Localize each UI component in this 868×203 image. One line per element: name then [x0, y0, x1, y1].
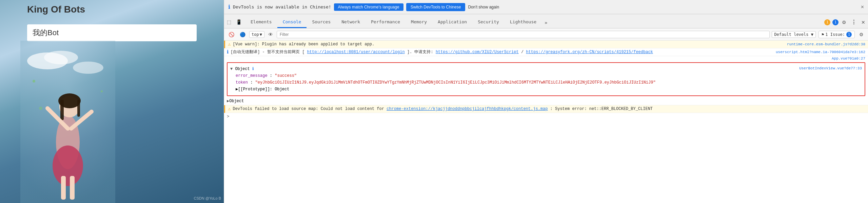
- expand-triangle[interactable]: ▶: [227, 98, 229, 104]
- tab-memory[interactable]: Memory: [406, 17, 432, 28]
- object-content: ▼ Object ℹ error_message : "success" tok…: [230, 66, 799, 93]
- object-token: token : "eyJhbGciOiJIUzI1NiJ9.eyJqdGkiOi…: [230, 79, 799, 86]
- console-object-collapsed[interactable]: ▶ Object: [224, 97, 868, 105]
- console-content[interactable]: ⚠ [Vue warn]: Plugin has already been ap…: [224, 41, 868, 203]
- tab-bar: ⬚ 📱 Elements Console Sources Network Per…: [224, 14, 868, 28]
- translate-text: [自动无缝翻译] - 暂不支持当前网页 [ http://localhost:8…: [231, 49, 776, 55]
- svg-point-4: [33, 80, 35, 83]
- console-line-devtools-error: ⚠ DevTools failed to load source map: Co…: [224, 105, 868, 113]
- app-vue-source-line: App.vue?91a0:27: [224, 56, 868, 61]
- devtools-error-link[interactable]: chrome-extension://kjacjjdnoddnpbbcjilca…: [387, 107, 548, 111]
- more-tabs-button[interactable]: »: [542, 17, 550, 28]
- svg-rect-16: [70, 176, 75, 200]
- console-object-expanded[interactable]: ▼ Object ℹ error_message : "success" tok…: [227, 62, 865, 96]
- svg-rect-15: [61, 176, 66, 200]
- close-devtools-icon[interactable]: ✕: [860, 19, 867, 26]
- warning-icon: ⚠: [228, 42, 231, 47]
- devtools-error-text: DevTools failed to load source map: Coul…: [233, 106, 865, 112]
- tab-elements[interactable]: Elements: [245, 17, 277, 28]
- tab-application[interactable]: Application: [432, 17, 472, 28]
- svg-rect-11: [77, 100, 80, 117]
- console-settings-icon[interactable]: ⚙: [857, 31, 865, 38]
- prompt-arrow: >: [227, 114, 229, 119]
- match-language-button[interactable]: Always match Chrome's language: [334, 3, 403, 11]
- info-icon: ℹ: [228, 4, 230, 10]
- object-error-message: error_message : "success": [230, 72, 799, 79]
- search-box[interactable]: 我的Bot: [27, 24, 197, 41]
- info-badge: 1: [832, 19, 839, 25]
- tab-performance[interactable]: Performance: [366, 17, 406, 28]
- vue-warn-text: [Vue warn]: Plugin has already been appl…: [233, 42, 787, 47]
- translate-source[interactable]: userscript.html?name.1a-7006041da7e3:162: [776, 49, 865, 55]
- tab-sources[interactable]: Sources: [307, 17, 336, 28]
- collapse-triangle[interactable]: ▼: [230, 67, 233, 71]
- svg-point-14: [53, 145, 83, 186]
- webpage-panel: King Of Bots 我的Bot: [0, 0, 224, 203]
- svg-point-2: [44, 51, 78, 64]
- notification-bar: ℹ DevTools is now available in Chinese! …: [224, 0, 868, 14]
- page-title: King Of Bots: [27, 4, 85, 15]
- clear-console-icon[interactable]: 🚫: [227, 31, 236, 38]
- warning-icon-2: ⚠: [228, 106, 231, 112]
- device-icon[interactable]: 📱: [235, 19, 243, 25]
- eye-icon[interactable]: 👁: [267, 31, 275, 38]
- svg-point-5: [101, 90, 103, 92]
- issue-badge: 1: [846, 32, 852, 37]
- switch-chinese-button[interactable]: Switch DevTools to Chinese: [406, 3, 466, 11]
- object-label: Object: [229, 98, 244, 104]
- more-options-icon[interactable]: ⋮: [850, 18, 858, 26]
- search-text: 我的Bot: [33, 28, 59, 38]
- default-levels-dropdown[interactable]: Default levels ▼: [772, 31, 816, 38]
- filter-input[interactable]: [277, 31, 770, 38]
- console-prompt-line[interactable]: >: [224, 113, 868, 120]
- tab-console[interactable]: Console: [277, 17, 307, 28]
- console-line-vue-warn: ⚠ [Vue warn]: Plugin has already been ap…: [224, 41, 868, 48]
- object-info-icon: ℹ: [252, 67, 254, 71]
- inspect-icon[interactable]: ⬚: [225, 19, 233, 25]
- tab-lighthouse[interactable]: Lighthouse: [505, 17, 542, 28]
- dont-show-button[interactable]: Don't show again: [468, 5, 499, 9]
- context-label: top: [252, 32, 259, 37]
- object-prototype[interactable]: ▶[[Prototype]]: Object: [230, 86, 799, 93]
- warning-badge: 1: [824, 19, 830, 25]
- object-source[interactable]: UserBotIndexView.vue?de77:33: [799, 66, 862, 71]
- translate-link3[interactable]: https://greasyfork.org/zh-CN/scripts/419…: [526, 50, 653, 54]
- watermark: CSDN @YoLo B: [194, 196, 221, 200]
- devtools-panel: ℹ DevTools is now available in Chinese! …: [224, 0, 868, 203]
- svg-point-6: [39, 107, 42, 110]
- tab-icons: ⬚ 📱: [225, 19, 245, 28]
- info-icon-2: ℹ: [227, 49, 229, 55]
- toolbar-right: Default levels ▼ ⚑ 1 Issue: 1 ⚙: [772, 31, 865, 38]
- console-toolbar: 🚫 🔵 top ▼ 👁 Default levels ▼ ⚑ 1 Issue: …: [224, 28, 868, 41]
- app-vue-source[interactable]: App.vue?91a0:27: [832, 57, 865, 61]
- translate-link2[interactable]: https://github.com/XIU2/UserScript: [436, 50, 519, 54]
- tab-bar-right: 1 1 ⚙ ⋮ ✕: [824, 18, 867, 28]
- issue-button[interactable]: ⚑ 1 Issue: 1: [818, 31, 855, 38]
- notification-close-button[interactable]: ×: [861, 4, 864, 10]
- context-chevron: ▼: [260, 32, 262, 37]
- filter-icon[interactable]: 🔵: [238, 31, 247, 38]
- notification-text: DevTools is now available in Chinese!: [233, 4, 331, 9]
- translate-link1[interactable]: http://localhost:8081/user/account/login: [307, 50, 405, 54]
- issue-flag-icon: ⚑: [822, 32, 824, 37]
- tab-network[interactable]: Network: [336, 17, 366, 28]
- console-line-translate: ℹ [自动无缝翻译] - 暂不支持当前网页 [ http://localhost…: [224, 48, 868, 56]
- issue-label: 1 Issue:: [825, 32, 845, 37]
- settings-icon[interactable]: ⚙: [841, 19, 848, 26]
- svg-rect-10: [60, 100, 64, 120]
- object-header[interactable]: ▼ Object ℹ: [230, 66, 799, 72]
- svg-point-3: [73, 62, 103, 74]
- tab-security[interactable]: Security: [472, 17, 505, 28]
- context-selector[interactable]: top ▼: [249, 31, 264, 38]
- vue-warn-source[interactable]: runtime-core.esm-bundler.js?d2dd:38: [787, 42, 865, 47]
- anime-illustration: [20, 41, 115, 203]
